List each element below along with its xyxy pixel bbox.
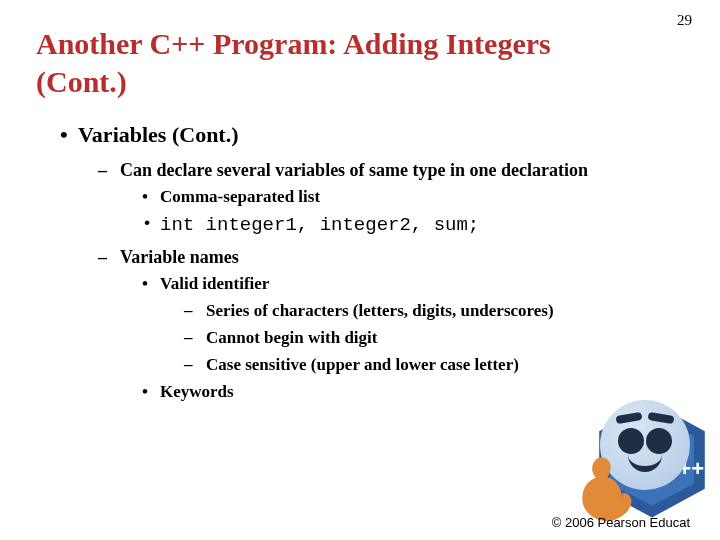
bullet-text: Variable names — [120, 247, 239, 267]
bullet-l1-variables: Variables (Cont.) Can declare several va… — [60, 120, 680, 404]
bullet-text: int integer1, integer2, sum; — [160, 214, 479, 236]
page-number: 29 — [677, 12, 692, 29]
bullet-text: Keywords — [160, 382, 234, 401]
eye-icon — [646, 428, 672, 454]
bullet-l2-names: Variable names Valid identifier Series o… — [98, 245, 680, 404]
brow-icon — [648, 412, 675, 424]
bullet-text: Variables (Cont.) — [78, 122, 239, 147]
bullet-l4-digit: Cannot begin with digit — [184, 327, 680, 350]
slide-title: Another C++ Program: Adding Integers (Co… — [0, 0, 636, 100]
slide-content: Variables (Cont.) Can declare several va… — [0, 100, 720, 404]
bullet-l4-series: Series of characters (letters, digits, u… — [184, 300, 680, 323]
bullet-text: Valid identifier — [160, 274, 269, 293]
bullet-l3-valid: Valid identifier Series of characters (l… — [142, 273, 680, 377]
cpp-thinking-emoji-icon: ++ — [572, 385, 712, 520]
copyright-footer: © 2006 Pearson Educat — [552, 515, 690, 530]
brow-icon — [616, 412, 643, 424]
bullet-text: Can declare several variables of same ty… — [120, 160, 588, 180]
bullet-text: Cannot begin with digit — [206, 328, 377, 347]
bullet-l3-code: int integer1, integer2, sum; — [142, 213, 680, 239]
bullet-l3-comma: Comma-separated list — [142, 186, 680, 209]
bullet-text: Series of characters (letters, digits, u… — [206, 301, 554, 320]
bullet-text: Case sensitive (upper and lower case let… — [206, 355, 519, 374]
bullet-l2-declare: Can declare several variables of same ty… — [98, 158, 680, 239]
bullet-text: Comma-separated list — [160, 187, 320, 206]
bullet-l4-case: Case sensitive (upper and lower case let… — [184, 354, 680, 377]
